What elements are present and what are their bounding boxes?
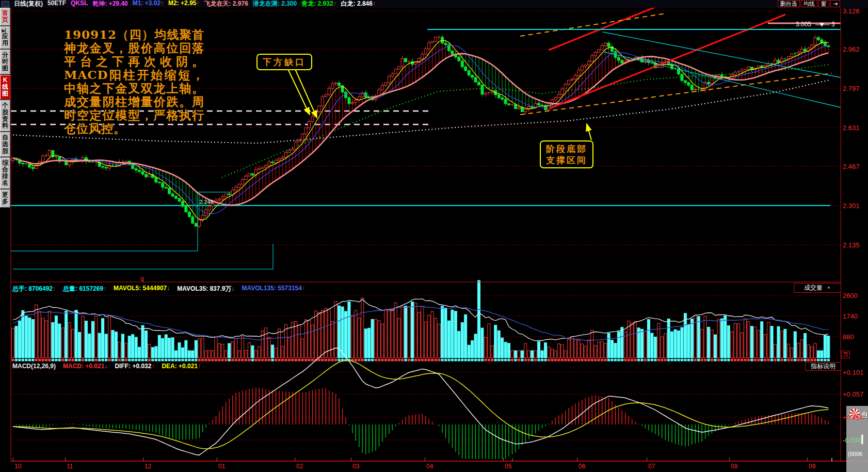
up-arrow-icon: ↑ — [160, 0, 164, 7]
indicator-field: 飞龙在天: 2.976 — [204, 0, 248, 8]
topbar-buttons: 删自选均线窗⇥ — [778, 0, 840, 7]
indicator-field: M2: +2.95↑ — [168, 0, 199, 8]
month-label: 08 — [731, 463, 737, 469]
floating-widget-glyph: ┃ — [860, 435, 864, 444]
month-label: 09 — [809, 463, 815, 469]
indicator-field: 50ETF — [47, 0, 66, 8]
month-label: 03 — [352, 463, 359, 469]
sidebar-item-more[interactable]: 更多 — [0, 190, 10, 208]
sidebar-item-intraday[interactable]: 分时图 — [0, 50, 10, 74]
sidebar-nav: 首页▶▏应用分时图K线图个股资料自选股综合排名更多 — [0, 8, 10, 208]
indicator-field: 乾坤: +29.40 — [92, 0, 127, 8]
chart-canvas — [0, 0, 868, 472]
price-axis-label: 2.467 — [843, 163, 860, 170]
month-label: 11 — [67, 463, 73, 469]
indicator-field: 白龙: 2.846↑ — [341, 0, 376, 8]
up-arrow-icon: ↑ — [196, 0, 199, 7]
window-button[interactable]: 窗 — [818, 0, 829, 7]
up-arrow-icon: ↑ — [333, 0, 336, 7]
gap-callout-label: 下方缺口 — [263, 57, 306, 67]
indicator-field: 日线(复权) — [14, 0, 43, 8]
sidebar-item-kline[interactable]: K线图 — [0, 75, 10, 100]
month-label: 10 — [14, 463, 21, 469]
delete-watchlist-button[interactable]: 删自选 — [778, 0, 800, 7]
sidebar-item-watchlist[interactable]: 自选股 — [0, 132, 10, 157]
macd-pane-surface[interactable] — [11, 361, 841, 460]
main-chart-surface[interactable] — [11, 7, 841, 282]
indicator-field: 潜龙在渊: 2.300 — [253, 0, 297, 8]
jump-button[interactable]: ⇥ — [830, 0, 840, 7]
sidebar-item-home[interactable]: 首页 — [0, 8, 10, 26]
chevron-down-icon: ▼ — [827, 286, 831, 290]
price-axis-label: 2.962 — [843, 46, 860, 53]
month-label: 01 — [218, 463, 225, 469]
month-label: 02 — [296, 463, 303, 469]
macd-axis-label: +0.057 — [843, 391, 863, 398]
sidebar-item-stock-info[interactable]: 个股资料 — [0, 100, 10, 132]
floating-widget-label: 自 — [861, 411, 868, 420]
volume-axis-label: 1740 — [843, 313, 858, 320]
macd-axis-label: +0.101 — [843, 369, 863, 376]
month-label: 06 — [578, 463, 585, 469]
price-axis-label: 2.135 — [843, 242, 860, 248]
indicator-help-button[interactable]: 指标说明 — [805, 362, 841, 371]
sidebar-item-apps[interactable]: ▶▏应用 — [0, 26, 10, 49]
volume-axis-label: 2600 — [843, 292, 858, 299]
month-label: 07 — [648, 463, 655, 469]
price-axis-label: 2.631 — [843, 124, 860, 131]
up-arrow-icon: ↑ — [373, 0, 376, 7]
volume-axis-label: 880 — [843, 334, 854, 340]
ma-button[interactable]: 均线 — [801, 0, 817, 7]
floating-widget-code: (0006 — [848, 451, 862, 457]
month-label: 12 — [144, 463, 151, 469]
indicator-field: QKSL — [71, 0, 88, 8]
indicator-field: 青龙: 2.932↑ — [301, 0, 336, 8]
volume-indicator-label: 成交量 — [804, 284, 823, 292]
app-icon — [2, 1, 9, 7]
gap-callout[interactable]: 下方缺口 — [256, 54, 312, 70]
price-axis-label: 2.797 — [843, 85, 860, 92]
sidebar-item-ranking[interactable]: 综合排名 — [0, 158, 10, 189]
indicator-readout: 日线(复权)50ETFQKSL乾坤: +29.40M1: +3.02↑M2: +… — [14, 0, 376, 8]
fan-logo-icon — [849, 408, 860, 419]
price-axis-label: 3.126 — [843, 8, 860, 14]
volume-indicator-dropdown[interactable]: 成交量 ▼ — [794, 283, 841, 293]
month-label: 04 — [426, 463, 433, 469]
volume-pane-surface[interactable] — [11, 282, 841, 358]
support-callout-line1: 阶段底部 — [546, 143, 587, 154]
support-callout-line2: 支撑区间 — [546, 154, 587, 166]
indicator-field: M1: +3.02↑ — [133, 0, 164, 8]
month-label: 05 — [505, 463, 511, 469]
title-bar: 日线(复权)50ETFQKSL乾坤: +29.40M1: +3.02↑M2: +… — [0, 0, 868, 8]
support-callout[interactable]: 阶段底部 支撑区间 — [540, 140, 593, 168]
floating-widget[interactable]: 自 ┃ (0006 — [846, 406, 868, 472]
volume-unit-label: 万 — [841, 351, 850, 358]
price-axis-label: 2.301 — [843, 202, 860, 209]
